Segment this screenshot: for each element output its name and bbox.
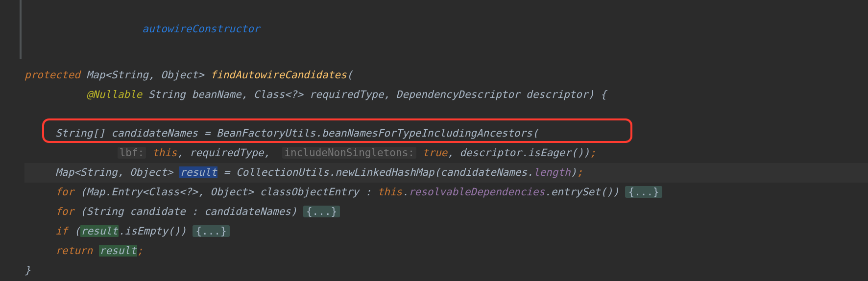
code-line-10: return result; bbox=[24, 241, 868, 261]
selected-identifier[interactable]: result bbox=[179, 166, 217, 178]
usage-highlight-result: result bbox=[80, 225, 119, 237]
code-line-2: @Nullable String beanName, Class<?> requ… bbox=[24, 85, 868, 105]
code-line-8: for (String candidate : candidateNames) … bbox=[24, 202, 868, 222]
breadcrumb-line: autowireConstructor bbox=[24, 0, 868, 59]
spacer bbox=[24, 59, 868, 66]
code-line-11: } bbox=[24, 261, 868, 281]
code-line-7: for (Map.Entry<Class<?>, Object> classOb… bbox=[24, 183, 868, 202]
code-line-1: protected Map<String, Object> findAutowi… bbox=[24, 66, 868, 85]
usage-highlight-result-2: result bbox=[99, 245, 137, 257]
code-editor[interactable]: autowireConstructor protected Map<String… bbox=[24, 0, 868, 280]
code-line-6-highlighted: Map<String, Object> result = CollectionU… bbox=[24, 163, 868, 183]
breadcrumb-autowire[interactable]: autowireConstructor bbox=[142, 23, 260, 35]
code-line-9: if (result.isEmpty()) {...} bbox=[24, 222, 868, 241]
code-line-blank bbox=[24, 104, 868, 124]
fold-region-3[interactable]: {...} bbox=[193, 225, 229, 237]
fold-region-1[interactable]: {...} bbox=[625, 186, 662, 198]
fold-region-2[interactable]: {...} bbox=[303, 206, 340, 217]
code-line-5: lbf: this, requiredType, includeNonSingl… bbox=[24, 143, 868, 163]
inline-hint-includeNonSingletons: includeNonSingletons: bbox=[282, 147, 416, 159]
inline-hint-lbf: lbf: bbox=[118, 147, 146, 159]
code-line-4: String[] candidateNames = BeanFactoryUti… bbox=[24, 124, 868, 143]
